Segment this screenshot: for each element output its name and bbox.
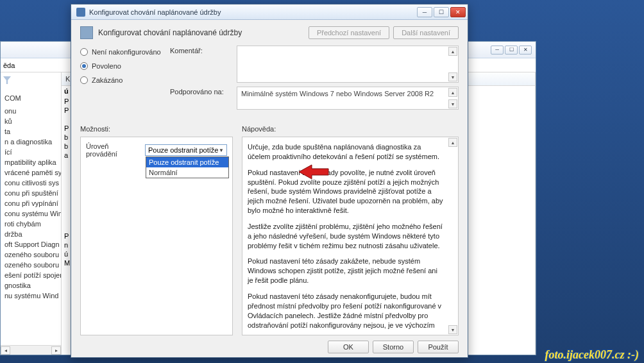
help-paragraph: Pokud nastavení této zásady zakážete, ne… [248, 257, 453, 285]
watermark: foto.ijacek007.cz :-) [545, 348, 639, 362]
back-toolbar-label: ěda [3, 62, 15, 69]
tree-item[interactable]: onu [2, 106, 61, 116]
dropdown-item[interactable]: Normální [146, 167, 228, 178]
radio-disabled[interactable]: Zakázáno [80, 76, 170, 84]
header-title: Konfigurovat chování naplánované údržby [98, 28, 242, 37]
comment-textbox[interactable]: ▲ ▼ [237, 46, 459, 83]
list-item [64, 187, 69, 196]
comment-label: Komentář: [170, 46, 237, 83]
combo-value: Pouze odstranit potíže [148, 146, 218, 154]
filter-icon [3, 76, 11, 84]
back-tree[interactable]: COMonukůtan a diagnostikaícímpatibility … [1, 72, 62, 355]
scroll-down-icon[interactable]: ▼ [448, 325, 457, 334]
list-item [64, 169, 69, 178]
radio-icon [80, 48, 88, 56]
tree-item[interactable]: ozeného souboru [2, 249, 61, 260]
radio-label: Není nakonfigurováno [92, 48, 161, 56]
level-dropdown: Pouze odstranit potíže Normální [146, 156, 229, 178]
tree-item[interactable]: conu citlivosti sys [2, 178, 61, 188]
next-setting-button[interactable]: Další nastavení [393, 26, 459, 39]
apply-button[interactable]: Použít [418, 341, 459, 353]
tree-item[interactable]: conu systému Win [2, 208, 61, 219]
back-col-k-head: K [62, 72, 71, 86]
tree-item[interactable]: mpatibility aplika [2, 157, 61, 167]
back-minimize-button[interactable]: ─ [491, 46, 504, 55]
window-title: Konfigurovat chování naplánované údržby [89, 8, 417, 16]
prev-setting-button[interactable]: Předchozí nastavení [309, 26, 389, 39]
list-item [64, 196, 69, 205]
chevron-down-icon: ▼ [219, 148, 224, 153]
help-paragraph: Pokud nastavení této zásady povolíte, je… [248, 168, 453, 215]
scroll-right-arrow[interactable]: ▸ [51, 346, 61, 355]
list-item: P [64, 106, 69, 115]
supported-label: Podporováno na: [170, 87, 237, 110]
tree-item[interactable]: conu při spuštění [2, 188, 61, 198]
list-item [64, 160, 69, 169]
level-combobox[interactable]: Pouze odstranit potíže ▼ Pouze odstranit… [145, 144, 227, 156]
tree-item[interactable]: ků [2, 116, 61, 126]
help-paragraph: Pokud nastavení této zásady nenakonfigur… [248, 292, 453, 330]
dropdown-item[interactable]: Pouze odstranit potíže [146, 157, 228, 167]
dialog-window: Konfigurovat chování naplánované údržby … [71, 4, 468, 358]
list-item [64, 214, 69, 223]
back-col-k-body: ú [62, 86, 71, 96]
tree-item[interactable]: conu při vypínání [2, 198, 61, 208]
scroll-down-icon[interactable]: ▼ [448, 99, 457, 108]
radio-icon [80, 76, 88, 84]
tree-item[interactable]: ešení potíží spojen [2, 270, 61, 280]
help-label: Nápověda: [242, 125, 276, 133]
list-item: ú [64, 250, 69, 259]
tree-item[interactable]: ta [2, 126, 61, 137]
options-label: Možnosti: [80, 125, 242, 133]
tree-item[interactable]: vrácené paměti systé [2, 167, 61, 178]
scroll-up-icon[interactable]: ▲ [448, 138, 457, 147]
back-left-scrollbar[interactable]: ◂ ▸ [1, 345, 61, 355]
radio-enabled[interactable]: Povoleno [80, 62, 170, 70]
list-item [64, 115, 69, 124]
list-item: b [64, 142, 69, 151]
list-item [64, 223, 69, 232]
list-item: P [64, 97, 69, 106]
radio-not-configured[interactable]: Není nakonfigurováno [80, 48, 170, 56]
supported-textbox: Minimálně systém Windows 7 nebo Windows … [237, 87, 459, 110]
list-item: a [64, 151, 69, 160]
radio-label: Povoleno [92, 62, 121, 70]
list-item: b [64, 133, 69, 142]
tree-item[interactable]: gnostika [2, 280, 61, 291]
scroll-left-arrow[interactable]: ◂ [1, 346, 10, 355]
back-close-button[interactable]: ✕ [519, 46, 532, 55]
radio-icon [80, 62, 88, 70]
titlebar[interactable]: Konfigurovat chování naplánované údržby … [71, 4, 468, 20]
radio-label: Zakázáno [92, 76, 123, 84]
back-maximize-button[interactable]: ☐ [505, 46, 518, 55]
list-item: P [64, 232, 69, 241]
scroll-down-icon[interactable]: ▼ [448, 72, 457, 81]
list-item: M [64, 259, 69, 268]
minimize-button[interactable]: ─ [417, 7, 432, 17]
ok-button[interactable]: OK [328, 341, 369, 353]
tree-item[interactable]: n a diagnostika [2, 137, 61, 147]
cancel-button[interactable]: Storno [373, 341, 414, 353]
close-button[interactable]: ✕ [450, 7, 466, 17]
tree-item[interactable]: roti chybám [2, 219, 61, 229]
tree-item[interactable]: držba [2, 229, 61, 239]
maximize-button[interactable]: ☐ [434, 7, 449, 17]
tree-item[interactable]: ící [2, 147, 61, 157]
level-label: Úroveň provádění [86, 142, 141, 158]
options-pane: Úroveň provádění Pouze odstranit potíže … [80, 137, 233, 335]
scroll-up-icon[interactable]: ▲ [448, 88, 457, 97]
tree-item[interactable]: COM [2, 93, 61, 103]
help-paragraph: Jestliže zvolíte zjištění problému, zjiš… [248, 222, 453, 251]
list-item: n [64, 241, 69, 250]
scroll-up-icon[interactable]: ▲ [448, 47, 457, 56]
supported-text: Minimálně systém Windows 7 nebo Windows … [241, 90, 434, 97]
list-item: P [64, 124, 69, 133]
help-pane: Určuje, zda bude spuštěna naplánovaná di… [242, 137, 459, 335]
help-paragraph: Určuje, zda bude spuštěna naplánovaná di… [248, 142, 453, 162]
tree-item[interactable]: ozeného souboru [2, 260, 61, 270]
list-item [64, 178, 69, 187]
header-icon [80, 26, 93, 39]
list-item [64, 205, 69, 214]
tree-item[interactable]: oft Support Diagn [2, 239, 61, 249]
tree-item[interactable]: nu systému Wind [2, 291, 61, 301]
